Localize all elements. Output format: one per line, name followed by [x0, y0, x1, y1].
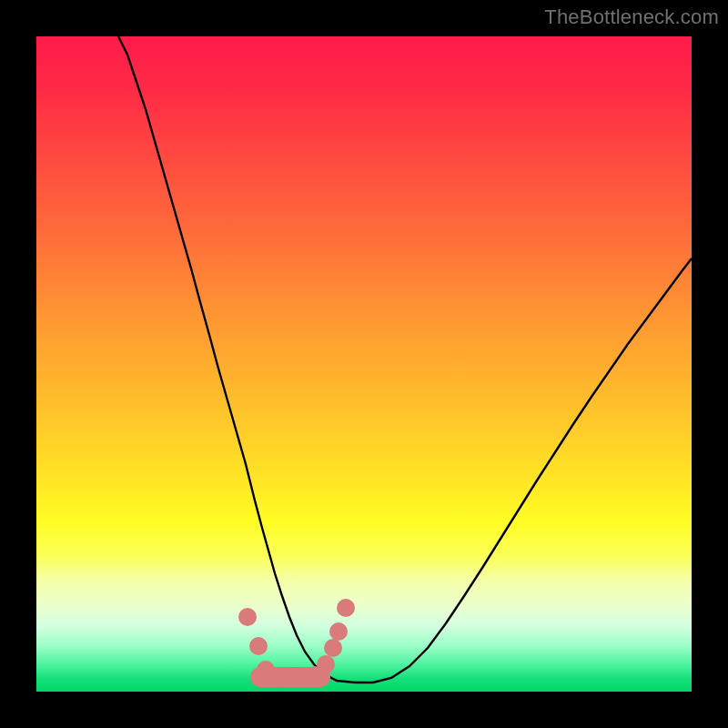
bottom-dot-1	[257, 661, 275, 679]
right-dot-3	[329, 622, 348, 641]
bottom-dot-2	[273, 668, 291, 686]
bottleneck-curve	[118, 36, 692, 682]
right-upper-dot	[337, 599, 355, 617]
right-dot-2	[324, 639, 342, 657]
left-lower-dot	[249, 637, 268, 655]
chart-frame: TheBottleneck.com	[0, 0, 728, 728]
plot-area	[36, 36, 692, 692]
curve-layer	[36, 36, 692, 692]
left-upper-dot	[238, 608, 257, 626]
bottom-dot-3	[289, 668, 308, 686]
right-dot-1	[317, 655, 335, 673]
watermark-text: TheBottleneck.com	[544, 5, 719, 29]
